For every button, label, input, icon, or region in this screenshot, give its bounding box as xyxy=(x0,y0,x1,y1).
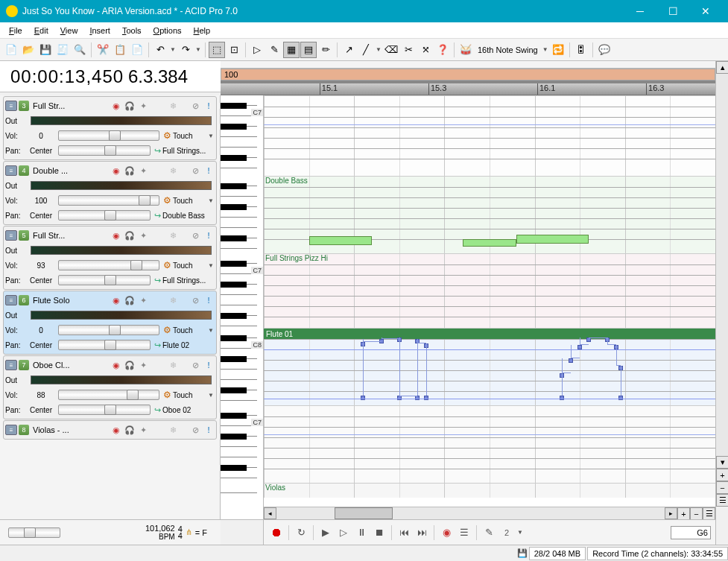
undo-dropdown[interactable]: ▼ xyxy=(169,46,177,53)
h-scrollbar[interactable]: ◂ ▸ + − ☰ xyxy=(264,507,715,519)
timeline-ruler[interactable]: 15.1 15.3 16.1 16.3 xyxy=(221,83,715,95)
redo-dropdown[interactable]: ▼ xyxy=(194,46,202,53)
menu-insert[interactable]: Insert xyxy=(83,25,116,37)
pause-button[interactable]: ⏸ xyxy=(353,524,370,541)
help-icon[interactable]: 💬 xyxy=(596,42,613,58)
note-input[interactable] xyxy=(671,526,711,539)
solo-icon[interactable]: ! xyxy=(203,424,215,436)
menu-tools[interactable]: Tools xyxy=(116,25,148,37)
maximize-button[interactable]: ☐ xyxy=(656,0,689,22)
vscroll-up[interactable]: ▴ xyxy=(716,61,728,74)
automation-mode[interactable]: Touch xyxy=(173,197,206,205)
zoom-out-v[interactable]: − xyxy=(716,481,728,494)
minimize-button[interactable]: ─ xyxy=(624,0,656,22)
mute-icon[interactable]: ⊘ xyxy=(189,294,201,306)
bus-icon[interactable]: ↪ xyxy=(154,146,161,156)
solo-icon[interactable]: ! xyxy=(203,229,215,241)
freeze-icon[interactable]: ❄ xyxy=(167,100,179,112)
record-arm-icon[interactable]: ◉ xyxy=(110,424,122,436)
cut-button[interactable]: ✂️ xyxy=(95,42,111,58)
zoom-in-h[interactable]: + xyxy=(677,507,690,520)
gear-icon[interactable]: ⚙ xyxy=(163,325,171,335)
pan-slider[interactable] xyxy=(58,405,151,415)
time-signature[interactable]: 44 xyxy=(178,526,183,539)
pencil-tool[interactable]: ✏ xyxy=(317,42,334,58)
snap-value[interactable]: 2 xyxy=(498,524,515,541)
bus-name[interactable]: Double Bass xyxy=(162,212,215,220)
tempo-strip[interactable]: 100 xyxy=(221,69,715,80)
clip-header[interactable]: Flute 01 xyxy=(264,329,715,339)
zoom-in-v[interactable]: + xyxy=(716,469,728,481)
zoom-fit-v[interactable]: ☰ xyxy=(716,494,728,507)
timeline-lane[interactable] xyxy=(264,405,715,483)
record-arm-icon[interactable]: ◉ xyxy=(110,100,122,112)
timeline-lane[interactable]: Flute 01 xyxy=(264,328,715,405)
open-button[interactable]: 📂 xyxy=(20,42,37,58)
fx-icon[interactable]: ✦ xyxy=(137,424,149,436)
midi-clip[interactable] xyxy=(463,239,517,247)
automation-mode[interactable]: Touch xyxy=(173,132,206,140)
envelope-tool[interactable]: ↗ xyxy=(341,42,357,58)
bus-icon[interactable]: ↪ xyxy=(154,276,161,285)
paint-tool[interactable]: ▦ xyxy=(283,42,300,58)
input-monitor-icon[interactable]: 🎧 xyxy=(124,424,136,436)
arrangement-area[interactable]: Double BassFull Strings Pizz HiFlute 01V… xyxy=(264,95,715,507)
play-button[interactable]: ▷ xyxy=(335,524,352,541)
zoom-fit-h[interactable]: ☰ xyxy=(703,507,715,520)
automation-dropdown[interactable]: ▼ xyxy=(207,327,215,334)
fx-icon[interactable]: ✦ xyxy=(137,294,149,306)
timeline-lane[interactable]: Full Strings Pizz Hi xyxy=(264,253,715,328)
mixer-button[interactable]: 🎛 xyxy=(573,42,589,58)
loop-button[interactable]: 🔁 xyxy=(550,42,566,58)
undo-button[interactable]: ↶ xyxy=(152,42,168,58)
envelope-point[interactable] xyxy=(560,396,564,400)
freeze-icon[interactable]: ❄ xyxy=(167,424,179,436)
marker-prev-button[interactable]: ◉ xyxy=(438,524,455,541)
input-monitor-icon[interactable]: 🎧 xyxy=(124,294,136,306)
track-name[interactable]: Full Str... xyxy=(31,231,109,240)
bus-name[interactable]: Oboe 02 xyxy=(162,406,215,414)
freeze-icon[interactable]: ❄ xyxy=(167,294,179,306)
pan-slider[interactable] xyxy=(58,275,151,285)
split-tool[interactable]: ✂ xyxy=(400,42,417,58)
bus-name[interactable]: Flute 02 xyxy=(162,341,215,349)
vol-slider[interactable] xyxy=(58,390,159,400)
eraser-tool[interactable]: ⌫ xyxy=(383,42,399,58)
go-start-button[interactable]: ⏮ xyxy=(396,524,412,541)
input-monitor-icon[interactable]: 🎧 xyxy=(124,165,136,177)
envelope-point[interactable] xyxy=(361,396,365,400)
mute-icon[interactable]: ⊘ xyxy=(189,229,201,241)
erase-tool[interactable]: ▤ xyxy=(300,42,317,58)
track-header[interactable]: ≡ 8 Violas - ... ◉ 🎧 ✦ ❄ ⊘ ! xyxy=(3,420,217,440)
solo-icon[interactable]: ! xyxy=(203,100,215,112)
timeline-lane[interactable]: Violas xyxy=(264,483,715,498)
record-arm-icon[interactable]: ◉ xyxy=(110,294,122,306)
copy-button[interactable]: 📋 xyxy=(112,42,128,58)
input-monitor-icon[interactable]: 🎧 xyxy=(124,359,136,371)
track-name[interactable]: Oboe Cl... xyxy=(31,361,109,370)
zoom-out-h[interactable]: − xyxy=(690,507,703,520)
midi-clip[interactable] xyxy=(516,235,589,244)
snap-button[interactable]: ⬚ xyxy=(209,42,225,58)
gear-icon[interactable]: ⚙ xyxy=(163,260,171,270)
save-button[interactable]: 💾 xyxy=(37,42,54,58)
bus-icon[interactable]: ↪ xyxy=(154,211,161,221)
loop-playback-button[interactable]: ↻ xyxy=(293,524,309,541)
freeze-icon[interactable]: ❄ xyxy=(167,229,179,241)
envelope-point[interactable] xyxy=(618,396,623,400)
bus-icon[interactable]: ↪ xyxy=(154,405,161,415)
scroll-left[interactable]: ◂ xyxy=(264,507,276,519)
gear-icon[interactable]: ⚙ xyxy=(163,390,171,400)
select-tool[interactable]: ▷ xyxy=(249,42,265,58)
mute-icon[interactable]: ⊘ xyxy=(189,100,201,112)
tuning-fork-icon[interactable]: ⋔ xyxy=(186,527,192,537)
envelope-point[interactable] xyxy=(424,396,428,400)
track-header[interactable]: ≡ 5 Full Str... ◉ 🎧 ✦ ❄ ⊘ ! Out Vol: 93 … xyxy=(3,226,217,290)
bus-name[interactable]: Full Strings... xyxy=(162,276,215,285)
paste-button[interactable]: 📄 xyxy=(129,42,145,58)
crossfade-tool[interactable]: ⤧ xyxy=(417,42,434,58)
solo-icon[interactable]: ! xyxy=(203,294,215,306)
automation-dropdown[interactable]: ▼ xyxy=(207,197,215,204)
menu-options[interactable]: Options xyxy=(148,25,188,37)
pan-slider[interactable] xyxy=(58,210,151,221)
